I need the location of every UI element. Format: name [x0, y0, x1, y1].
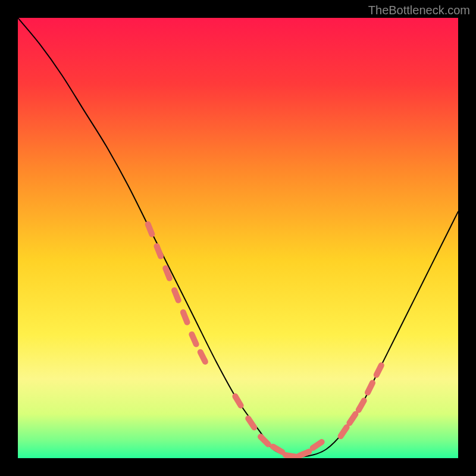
marker-dash: [165, 268, 170, 278]
marker-dash: [349, 414, 355, 423]
marker-dash: [368, 383, 372, 393]
marker-dash: [286, 455, 296, 457]
marker-dash: [235, 396, 240, 405]
marker-dash: [156, 246, 161, 256]
bottleneck-curve: [18, 18, 458, 458]
marker-dash: [299, 452, 309, 456]
marker-dash: [377, 365, 381, 375]
marker-dash: [359, 400, 364, 410]
marker-dash: [341, 427, 347, 436]
marker-dash: [261, 437, 268, 444]
marker-dash: [183, 312, 187, 322]
marker-dash: [174, 290, 178, 300]
marker-dash: [273, 447, 283, 452]
watermark-text: TheBottleneck.com: [368, 4, 470, 17]
marker-dash: [248, 418, 254, 427]
marker-dash: [192, 334, 196, 344]
marker-dash: [313, 442, 322, 448]
marker-dash: [148, 224, 152, 234]
marker-dash: [201, 352, 205, 362]
plot-area: [18, 18, 458, 458]
